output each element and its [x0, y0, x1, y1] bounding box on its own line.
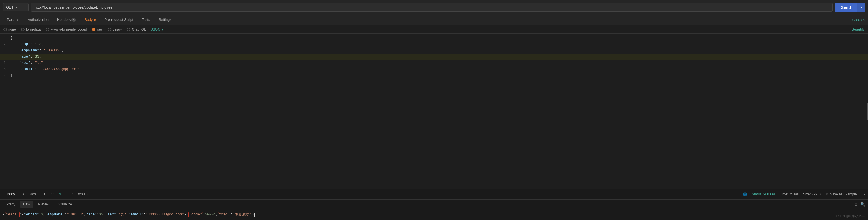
code-line-3: 3 "empName": "lsm333",: [0, 47, 868, 53]
request-tabs: Params Authorization Headers8 Body Pre-r…: [0, 15, 868, 25]
line-content: "email": "333333333@qq.com": [10, 66, 868, 72]
response-tabs-row: Body Cookies Headers 5 Test Results 🌐 St…: [0, 189, 868, 200]
watermark: CSDN @疯牛小肥羊: [836, 214, 865, 218]
url-bar: GET ▾ Send ▾: [0, 0, 868, 15]
send-dropdown-button[interactable]: ▾: [857, 3, 865, 12]
radio-form-data[interactable]: form-data: [21, 27, 40, 31]
resp-tab-test-results[interactable]: Test Results: [65, 189, 92, 199]
response-size: Size: 299 B: [803, 192, 820, 196]
code-line-5: 5 "sex": "男",: [0, 60, 868, 66]
body-type-row: none form-data x-www-form-urlencoded raw…: [0, 25, 868, 34]
more-options-button[interactable]: ···: [861, 192, 865, 197]
resp-colon2: :: [39, 213, 41, 217]
resp-empid-key: "empId": [24, 213, 39, 217]
fmt-tab-pretty[interactable]: Pretty: [3, 201, 19, 208]
line-number: 2: [0, 41, 10, 47]
code-editor[interactable]: 1 { 2 "empId": 3, 3 "empName": "lsm333",…: [0, 34, 868, 189]
line-number: 6: [0, 66, 10, 72]
line-number: 5: [0, 60, 10, 66]
fmt-tab-raw[interactable]: Raw: [20, 201, 33, 208]
beautify-button[interactable]: Beautify: [852, 27, 865, 31]
resp-key-msg: "msg": [218, 212, 230, 217]
chevron-down-icon: ▾: [16, 6, 17, 9]
send-button[interactable]: Send: [835, 3, 857, 12]
line-content: "empId": 3,: [10, 41, 868, 47]
response-section: Body Cookies Headers 5 Test Results 🌐 St…: [0, 189, 868, 220]
search-icon[interactable]: 🔍: [860, 202, 865, 207]
tab-settings[interactable]: Settings: [155, 15, 176, 25]
radio-none[interactable]: none: [3, 27, 16, 31]
radio-dot-binary: [108, 28, 111, 31]
tab-headers[interactable]: Headers8: [53, 15, 80, 25]
tab-params[interactable]: Params: [3, 15, 23, 25]
code-line-7: 7 }: [0, 72, 868, 79]
line-content: "empName": "lsm333",: [10, 47, 868, 53]
line-number: 3: [0, 47, 10, 53]
cursor: [254, 213, 255, 217]
resp-tab-headers[interactable]: Headers 5: [40, 189, 65, 199]
tab-authorization[interactable]: Authorization: [24, 15, 53, 25]
resp-brace-open: {: [3, 213, 5, 217]
radio-dot-urlencoded: [46, 28, 49, 31]
radio-urlencoded[interactable]: x-www-form-urlencoded: [46, 27, 87, 31]
resp-key-data: "data": [5, 212, 20, 217]
line-number: 1: [0, 35, 10, 41]
radio-binary[interactable]: binary: [108, 27, 122, 31]
status-ok: Status: 200 OK: [752, 192, 775, 196]
method-label: GET: [6, 5, 14, 9]
resp-key-code: "code": [188, 212, 203, 217]
line-content: "sex": "男",: [10, 60, 868, 66]
cookies-link[interactable]: Cookies: [852, 18, 865, 22]
code-line-6: 6 "email": "333333333@qq.com": [0, 66, 868, 72]
line-content: }: [10, 72, 868, 79]
code-line-1: 1 {: [0, 35, 868, 41]
tab-pre-request-script[interactable]: Pre-request Script: [100, 15, 137, 25]
save-as-example-button[interactable]: 🖹 Save as Example: [825, 192, 857, 196]
status-info: 🌐 Status: 200 OK Time: 75 ms Size: 299 B…: [743, 192, 865, 197]
response-content: {"data":{"empId":3,"empName":"lsm333","a…: [0, 209, 868, 220]
line-content: {: [10, 35, 868, 41]
copy-icon[interactable]: ⧉: [855, 202, 858, 207]
fmt-tab-preview[interactable]: Preview: [35, 201, 54, 208]
radio-dot-graphql: [127, 28, 130, 31]
chevron-down-icon: ▾: [161, 27, 163, 31]
line-number: 7: [0, 72, 10, 79]
response-icons: ⧉ 🔍: [855, 202, 865, 207]
radio-graphql[interactable]: GraphQL: [127, 27, 146, 31]
code-line-4: 4 "age": 33,: [0, 53, 868, 60]
body-dot: [94, 19, 96, 21]
resp-colon: :{: [20, 213, 24, 217]
resp-empid-val: 3: [41, 213, 43, 217]
radio-dot-raw: [92, 28, 95, 31]
resp-tab-cookies[interactable]: Cookies: [19, 189, 40, 199]
line-content: "age": 33,: [10, 53, 868, 60]
tab-tests[interactable]: Tests: [138, 15, 154, 25]
headers-badge: 8: [71, 18, 76, 22]
fmt-tab-visualize[interactable]: Visualize: [55, 201, 75, 208]
url-input[interactable]: [31, 3, 833, 12]
response-format-row: Pretty Raw Preview Visualize ⧉ 🔍: [0, 200, 868, 209]
json-selector[interactable]: JSON ▾: [151, 27, 163, 31]
send-btn-group: Send ▾: [835, 3, 865, 12]
code-line-2: 2 "empId": 3,: [0, 41, 868, 47]
tab-body[interactable]: Body: [81, 15, 100, 25]
radio-raw[interactable]: raw: [92, 27, 102, 31]
response-time: Time: 75 ms: [780, 192, 799, 196]
method-selector[interactable]: GET ▾: [3, 3, 29, 11]
headers-response-badge: 5: [59, 192, 61, 196]
line-number: 4: [0, 53, 10, 60]
resp-tab-body[interactable]: Body: [3, 189, 19, 199]
globe-icon: 🌐: [743, 192, 747, 196]
radio-dot-form-data: [21, 28, 25, 31]
save-icon: 🖹: [825, 192, 829, 196]
radio-dot-none: [3, 28, 7, 31]
